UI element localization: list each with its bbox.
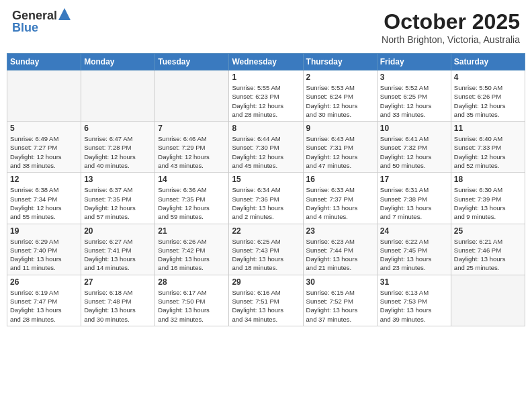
day-of-week-header: Tuesday <box>155 54 229 71</box>
day-number: 25 <box>454 226 522 236</box>
cell-content: Sunrise: 6:21 AM Sunset: 7:46 PM Dayligh… <box>454 237 522 273</box>
cell-content: Sunrise: 5:55 AM Sunset: 6:23 PM Dayligh… <box>232 83 300 119</box>
calendar-cell: 18Sunrise: 6:30 AM Sunset: 7:39 PM Dayli… <box>451 173 525 224</box>
cell-content: Sunrise: 6:44 AM Sunset: 7:30 PM Dayligh… <box>232 134 300 170</box>
calendar-week-row: 1Sunrise: 5:55 AM Sunset: 6:23 PM Daylig… <box>7 71 525 122</box>
cell-content: Sunrise: 6:18 AM Sunset: 7:48 PM Dayligh… <box>84 288 152 324</box>
calendar-cell <box>155 71 229 122</box>
calendar-cell: 6Sunrise: 6:47 AM Sunset: 7:28 PM Daylig… <box>81 122 155 173</box>
calendar-cell: 7Sunrise: 6:46 AM Sunset: 7:29 PM Daylig… <box>155 122 229 173</box>
calendar-cell: 21Sunrise: 6:26 AM Sunset: 7:42 PM Dayli… <box>155 224 229 275</box>
cell-content: Sunrise: 6:25 AM Sunset: 7:43 PM Dayligh… <box>232 237 300 273</box>
cell-content: Sunrise: 6:15 AM Sunset: 7:52 PM Dayligh… <box>306 288 374 324</box>
logo-triangle-icon <box>58 8 71 20</box>
cell-content: Sunrise: 6:27 AM Sunset: 7:41 PM Dayligh… <box>84 237 152 273</box>
svg-marker-0 <box>58 8 71 20</box>
day-number: 22 <box>232 226 300 236</box>
calendar-cell: 22Sunrise: 6:25 AM Sunset: 7:43 PM Dayli… <box>229 224 303 275</box>
calendar-week-row: 5Sunrise: 6:49 AM Sunset: 7:27 PM Daylig… <box>7 122 525 173</box>
day-of-week-header: Sunday <box>7 54 81 71</box>
calendar-cell: 11Sunrise: 6:40 AM Sunset: 7:33 PM Dayli… <box>451 122 525 173</box>
calendar-cell: 20Sunrise: 6:27 AM Sunset: 7:41 PM Dayli… <box>81 224 155 275</box>
day-number: 10 <box>380 124 448 133</box>
day-number: 27 <box>84 277 152 287</box>
cell-content: Sunrise: 6:31 AM Sunset: 7:38 PM Dayligh… <box>380 185 448 221</box>
cell-content: Sunrise: 6:47 AM Sunset: 7:28 PM Dayligh… <box>84 134 152 170</box>
day-number: 1 <box>232 73 300 82</box>
day-number: 8 <box>232 124 300 133</box>
day-of-week-header: Saturday <box>451 54 525 71</box>
calendar-cell: 8Sunrise: 6:44 AM Sunset: 7:30 PM Daylig… <box>229 122 303 173</box>
location: North Brighton, Victoria, Australia <box>382 34 520 45</box>
day-of-week-header: Friday <box>377 54 451 71</box>
day-number: 3 <box>380 73 448 82</box>
day-number: 5 <box>10 124 78 133</box>
day-of-week-header: Wednesday <box>229 54 303 71</box>
day-of-week-header: Thursday <box>303 54 377 71</box>
cell-content: Sunrise: 6:33 AM Sunset: 7:37 PM Dayligh… <box>306 185 374 221</box>
cell-content: Sunrise: 6:46 AM Sunset: 7:29 PM Dayligh… <box>158 134 226 170</box>
day-number: 20 <box>84 226 152 236</box>
day-number: 29 <box>232 277 300 287</box>
calendar-cell <box>451 275 525 326</box>
day-number: 17 <box>380 175 448 184</box>
day-number: 6 <box>84 124 152 133</box>
calendar-cell: 26Sunrise: 6:19 AM Sunset: 7:47 PM Dayli… <box>7 275 81 326</box>
day-number: 23 <box>306 226 374 236</box>
title-area: October 2025 North Brighton, Victoria, A… <box>382 9 520 45</box>
page-header: General Blue October 2025 North Brighton… <box>7 7 525 48</box>
cell-content: Sunrise: 6:30 AM Sunset: 7:39 PM Dayligh… <box>454 185 522 221</box>
calendar-cell: 23Sunrise: 6:23 AM Sunset: 7:44 PM Dayli… <box>303 224 377 275</box>
calendar-cell: 12Sunrise: 6:38 AM Sunset: 7:34 PM Dayli… <box>7 173 81 224</box>
calendar-cell <box>7 71 81 122</box>
calendar-cell: 14Sunrise: 6:36 AM Sunset: 7:35 PM Dayli… <box>155 173 229 224</box>
cell-content: Sunrise: 6:17 AM Sunset: 7:50 PM Dayligh… <box>158 288 226 324</box>
day-number: 13 <box>84 175 152 184</box>
calendar-cell: 1Sunrise: 5:55 AM Sunset: 6:23 PM Daylig… <box>229 71 303 122</box>
month-title: October 2025 <box>382 9 520 34</box>
calendar-cell: 19Sunrise: 6:29 AM Sunset: 7:40 PM Dayli… <box>7 224 81 275</box>
calendar-cell: 2Sunrise: 5:53 AM Sunset: 6:24 PM Daylig… <box>303 71 377 122</box>
calendar-cell: 3Sunrise: 5:52 AM Sunset: 6:25 PM Daylig… <box>377 71 451 122</box>
calendar-cell: 31Sunrise: 6:13 AM Sunset: 7:53 PM Dayli… <box>377 275 451 326</box>
calendar-cell: 17Sunrise: 6:31 AM Sunset: 7:38 PM Dayli… <box>377 173 451 224</box>
cell-content: Sunrise: 6:13 AM Sunset: 7:53 PM Dayligh… <box>380 288 448 324</box>
day-number: 14 <box>158 175 226 184</box>
day-of-week-header: Monday <box>81 54 155 71</box>
cell-content: Sunrise: 6:49 AM Sunset: 7:27 PM Dayligh… <box>10 134 78 170</box>
calendar-header-row: SundayMondayTuesdayWednesdayThursdayFrid… <box>7 54 525 71</box>
calendar-cell: 24Sunrise: 6:22 AM Sunset: 7:45 PM Dayli… <box>377 224 451 275</box>
calendar-week-row: 19Sunrise: 6:29 AM Sunset: 7:40 PM Dayli… <box>7 224 525 275</box>
day-number: 28 <box>158 277 226 287</box>
day-number: 12 <box>10 175 78 184</box>
day-number: 4 <box>454 73 522 82</box>
day-number: 31 <box>380 277 448 287</box>
calendar-cell: 13Sunrise: 6:37 AM Sunset: 7:35 PM Dayli… <box>81 173 155 224</box>
cell-content: Sunrise: 5:52 AM Sunset: 6:25 PM Dayligh… <box>380 83 448 119</box>
calendar-cell: 29Sunrise: 6:16 AM Sunset: 7:51 PM Dayli… <box>229 275 303 326</box>
cell-content: Sunrise: 6:34 AM Sunset: 7:36 PM Dayligh… <box>232 185 300 221</box>
calendar-cell: 28Sunrise: 6:17 AM Sunset: 7:50 PM Dayli… <box>155 275 229 326</box>
day-number: 15 <box>232 175 300 184</box>
cell-content: Sunrise: 6:41 AM Sunset: 7:32 PM Dayligh… <box>380 134 448 170</box>
cell-content: Sunrise: 6:36 AM Sunset: 7:35 PM Dayligh… <box>158 185 226 221</box>
day-number: 21 <box>158 226 226 236</box>
calendar-week-row: 12Sunrise: 6:38 AM Sunset: 7:34 PM Dayli… <box>7 173 525 224</box>
day-number: 2 <box>306 73 374 82</box>
calendar-table: SundayMondayTuesdayWednesdayThursdayFrid… <box>7 53 525 326</box>
calendar-cell: 4Sunrise: 5:50 AM Sunset: 6:26 PM Daylig… <box>451 71 525 122</box>
logo-blue: Blue <box>12 21 71 35</box>
cell-content: Sunrise: 6:22 AM Sunset: 7:45 PM Dayligh… <box>380 237 448 273</box>
cell-content: Sunrise: 5:50 AM Sunset: 6:26 PM Dayligh… <box>454 83 522 119</box>
cell-content: Sunrise: 6:38 AM Sunset: 7:34 PM Dayligh… <box>10 185 78 221</box>
calendar-week-row: 26Sunrise: 6:19 AM Sunset: 7:47 PM Dayli… <box>7 275 525 326</box>
cell-content: Sunrise: 6:16 AM Sunset: 7:51 PM Dayligh… <box>232 288 300 324</box>
day-number: 24 <box>380 226 448 236</box>
day-number: 30 <box>306 277 374 287</box>
day-number: 18 <box>454 175 522 184</box>
calendar-cell: 15Sunrise: 6:34 AM Sunset: 7:36 PM Dayli… <box>229 173 303 224</box>
day-number: 19 <box>10 226 78 236</box>
cell-content: Sunrise: 6:43 AM Sunset: 7:31 PM Dayligh… <box>306 134 374 170</box>
cell-content: Sunrise: 5:53 AM Sunset: 6:24 PM Dayligh… <box>306 83 374 119</box>
cell-content: Sunrise: 6:37 AM Sunset: 7:35 PM Dayligh… <box>84 185 152 221</box>
